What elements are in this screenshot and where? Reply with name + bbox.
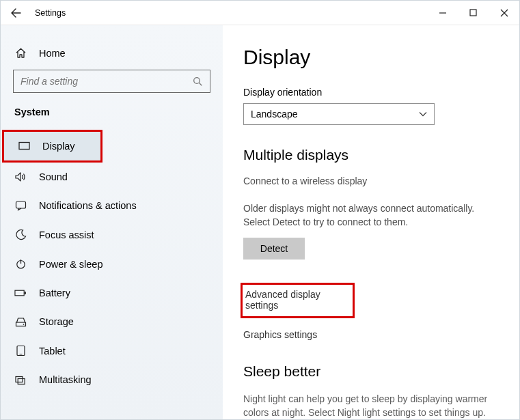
nav-list: Display Sound Notifications & actions xyxy=(1,130,223,394)
sidebar-item-label: Focus assist xyxy=(39,229,94,240)
sound-icon xyxy=(14,171,27,182)
minimize-icon xyxy=(439,9,447,17)
sidebar-item-label: Multitasking xyxy=(39,374,92,385)
sidebar-item-notifications[interactable]: Notifications & actions xyxy=(1,191,223,220)
sleep-description: Night light can help you get to sleep by… xyxy=(243,392,496,419)
notifications-icon xyxy=(14,200,27,211)
multiple-displays-heading: Multiple displays xyxy=(243,147,499,163)
section-heading: System xyxy=(1,107,223,130)
sidebar-item-sound[interactable]: Sound xyxy=(1,163,223,191)
tablet-icon xyxy=(14,345,27,356)
storage-icon xyxy=(14,317,27,327)
sidebar-item-display[interactable]: Display xyxy=(2,130,102,163)
display-icon xyxy=(18,141,30,151)
back-button[interactable] xyxy=(1,8,31,18)
sidebar-item-battery[interactable]: Battery xyxy=(1,279,223,307)
sidebar-item-tablet[interactable]: Tablet xyxy=(1,336,223,365)
svg-rect-11 xyxy=(16,376,23,382)
multitasking-icon xyxy=(14,375,27,385)
home-label: Home xyxy=(39,48,66,59)
page-title: Display xyxy=(243,46,499,69)
detect-info: Older displays might not always connect … xyxy=(243,201,489,229)
main-content: Display Display orientation Landscape Mu… xyxy=(223,25,519,419)
chevron-down-icon xyxy=(419,111,427,117)
sidebar-item-label: Tablet xyxy=(39,346,66,356)
window-controls xyxy=(427,1,519,25)
detect-button-label: Detect xyxy=(260,243,288,254)
svg-rect-2 xyxy=(19,143,29,150)
orientation-select[interactable]: Landscape xyxy=(243,103,435,125)
sleep-better-heading: Sleep better xyxy=(243,363,499,380)
sidebar: Home System Display xyxy=(1,25,223,419)
search-icon xyxy=(193,76,203,87)
graphics-settings-link[interactable]: Graphics settings xyxy=(243,329,499,340)
moon-icon xyxy=(14,229,27,240)
close-icon xyxy=(500,9,508,17)
svg-rect-12 xyxy=(18,378,25,384)
wireless-display-link[interactable]: Connect to a wireless display xyxy=(243,176,499,186)
maximize-icon xyxy=(469,9,477,16)
sidebar-item-label: Sound xyxy=(39,171,68,182)
svg-rect-7 xyxy=(16,322,25,326)
search-input[interactable] xyxy=(13,70,210,93)
minimize-button[interactable] xyxy=(427,1,458,25)
sidebar-item-label: Notifications & actions xyxy=(39,200,137,211)
arrow-left-icon xyxy=(10,8,21,18)
advanced-display-link[interactable]: Advanced display settings xyxy=(245,289,320,311)
svg-point-8 xyxy=(23,323,24,324)
home-icon xyxy=(14,47,27,59)
orientation-value: Landscape xyxy=(251,109,298,120)
home-link[interactable]: Home xyxy=(1,42,223,70)
svg-rect-10 xyxy=(19,354,22,354)
titlebar: Settings xyxy=(1,1,519,25)
sidebar-item-label: Power & sleep xyxy=(39,259,103,270)
sidebar-item-focus-assist[interactable]: Focus assist xyxy=(1,220,223,249)
svg-rect-5 xyxy=(15,290,24,296)
svg-rect-6 xyxy=(25,292,26,294)
battery-icon xyxy=(14,289,27,297)
svg-rect-3 xyxy=(16,201,25,208)
svg-rect-0 xyxy=(470,10,476,16)
sidebar-item-power-sleep[interactable]: Power & sleep xyxy=(1,249,223,279)
orientation-label: Display orientation xyxy=(243,87,499,98)
close-button[interactable] xyxy=(489,1,519,25)
power-icon xyxy=(14,258,27,270)
sidebar-item-label: Battery xyxy=(39,288,70,298)
sidebar-item-multitasking[interactable]: Multitasking xyxy=(1,365,223,394)
detect-button[interactable]: Detect xyxy=(243,238,305,260)
search-field[interactable] xyxy=(20,76,193,87)
svg-point-1 xyxy=(194,77,200,83)
window-title: Settings xyxy=(31,8,427,18)
sidebar-item-storage[interactable]: Storage xyxy=(1,307,223,336)
maximize-button[interactable] xyxy=(458,1,489,25)
sidebar-item-label: Storage xyxy=(39,316,74,327)
sidebar-item-label: Display xyxy=(42,141,75,152)
